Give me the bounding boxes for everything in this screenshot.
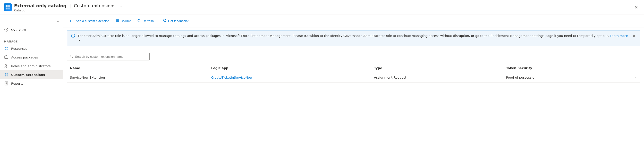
add-icon: + xyxy=(70,19,72,23)
main-body: « Overview Manage xyxy=(0,15,644,164)
info-banner-close-button[interactable]: ✕ xyxy=(632,33,636,38)
sidebar-item-custom-extensions[interactable]: Custom extensions xyxy=(0,70,63,79)
custom-extensions-icon xyxy=(4,72,9,77)
close-button[interactable]: ✕ xyxy=(632,4,640,11)
sidebar-item-reports[interactable]: Reports xyxy=(0,79,63,88)
column-header-token-security[interactable]: Token Security xyxy=(503,64,628,72)
resources-icon xyxy=(4,46,9,51)
column-button[interactable]: Column xyxy=(113,17,134,25)
cell-type: Assignment Request xyxy=(371,72,503,83)
access-packages-icon xyxy=(4,55,9,60)
breadcrumb-main: External only catalog xyxy=(14,3,66,8)
svg-rect-16 xyxy=(6,73,8,74)
sidebar-item-label-resources: Resources xyxy=(11,47,27,50)
table-body: ServiceNow Extension CreateTicketInServi… xyxy=(67,72,640,83)
search-input[interactable] xyxy=(75,55,147,58)
sidebar-item-access-packages[interactable]: Access packages xyxy=(0,53,63,62)
sidebar-item-label-roles: Roles and administrators xyxy=(11,64,50,68)
logic-app-link[interactable]: CreateTicketInServiceNow xyxy=(211,76,252,79)
column-header-actions xyxy=(628,64,640,72)
svg-line-29 xyxy=(165,21,166,22)
sidebar-divider-manage xyxy=(4,36,59,36)
svg-rect-2 xyxy=(6,7,8,9)
content-area: + + Add a custom extension Column xyxy=(63,15,644,164)
title-bar: External only catalog | Custom extension… xyxy=(0,0,644,15)
column-icon xyxy=(115,19,119,23)
svg-point-13 xyxy=(5,65,6,66)
refresh-button[interactable]: Refresh xyxy=(135,17,156,25)
sidebar-item-resources[interactable]: Resources xyxy=(0,44,63,53)
toolbar-divider xyxy=(158,19,158,23)
svg-point-35 xyxy=(70,55,72,57)
svg-rect-7 xyxy=(4,47,6,48)
sidebar-item-label-reports: Reports xyxy=(11,82,23,85)
sidebar-item-label-overview: Overview xyxy=(11,28,26,31)
title-row: External only catalog | Custom extension… xyxy=(14,2,123,9)
toolbar: + + Add a custom extension Column xyxy=(63,15,644,27)
title-left: External only catalog | Custom extension… xyxy=(4,2,123,12)
app-container: External only catalog | Custom extension… xyxy=(0,0,644,164)
table-area: Name Logic app Type Token Security Servi… xyxy=(63,62,644,85)
svg-point-33 xyxy=(73,35,73,35)
sidebar-collapse-button[interactable]: « xyxy=(0,18,63,25)
svg-rect-10 xyxy=(6,49,8,50)
table-row: ServiceNow Extension CreateTicketInServi… xyxy=(67,72,640,83)
svg-rect-8 xyxy=(6,47,8,48)
search-icon xyxy=(70,55,73,59)
search-area xyxy=(63,49,644,62)
svg-rect-11 xyxy=(4,56,8,58)
cell-token-security: Proof-of-possession xyxy=(503,72,628,83)
svg-rect-0 xyxy=(6,5,8,7)
sidebar: « Overview Manage xyxy=(0,15,63,164)
custom-extensions-table: Name Logic app Type Token Security Servi… xyxy=(67,64,640,83)
row-actions-button[interactable]: ··· xyxy=(631,75,637,80)
column-header-name[interactable]: Name xyxy=(67,64,208,72)
sidebar-item-label-access-packages: Access packages xyxy=(11,56,38,59)
title-ellipsis-button[interactable]: ... xyxy=(118,2,123,9)
info-banner-content: The User Administrator role is no longer… xyxy=(78,33,630,43)
svg-rect-1 xyxy=(8,5,10,7)
roles-icon xyxy=(4,64,9,68)
subtitle: Catalog xyxy=(14,9,123,12)
title-text-group: External only catalog | Custom extension… xyxy=(14,2,123,12)
learn-more-link[interactable]: Learn more xyxy=(610,34,628,38)
svg-rect-15 xyxy=(4,73,6,74)
cell-logic-app: CreateTicketInServiceNow xyxy=(208,72,371,83)
svg-rect-9 xyxy=(4,49,6,50)
refresh-icon xyxy=(137,19,141,23)
svg-rect-17 xyxy=(4,75,6,76)
sidebar-item-label-custom-extensions: Custom extensions xyxy=(11,73,45,77)
reports-icon xyxy=(4,81,9,86)
sidebar-item-overview[interactable]: Overview xyxy=(0,25,63,34)
cell-name: ServiceNow Extension xyxy=(67,72,208,83)
cell-actions: ··· xyxy=(628,72,640,83)
search-box xyxy=(67,53,150,60)
svg-line-36 xyxy=(72,57,73,58)
feedback-icon xyxy=(163,19,166,23)
svg-rect-3 xyxy=(8,7,10,9)
overview-icon xyxy=(4,27,9,32)
add-custom-extension-button[interactable]: + + Add a custom extension xyxy=(67,17,112,25)
info-banner: The User Administrator role is no longer… xyxy=(67,30,640,46)
feedback-button[interactable]: Got feedback? xyxy=(160,17,191,25)
svg-line-31 xyxy=(165,20,165,20)
column-header-logic-app[interactable]: Logic app xyxy=(208,64,371,72)
column-header-type[interactable]: Type xyxy=(371,64,503,72)
svg-rect-18 xyxy=(6,75,8,76)
sidebar-item-roles-and-administrators[interactable]: Roles and administrators xyxy=(0,62,63,70)
breadcrumb-sub: Custom extensions xyxy=(74,3,116,8)
svg-point-6 xyxy=(6,29,6,29)
sidebar-manage-label: Manage xyxy=(0,38,63,44)
breadcrumb-separator: | xyxy=(69,3,71,8)
info-icon xyxy=(71,34,75,39)
table-header: Name Logic app Type Token Security xyxy=(67,64,640,72)
app-icon xyxy=(4,3,12,11)
